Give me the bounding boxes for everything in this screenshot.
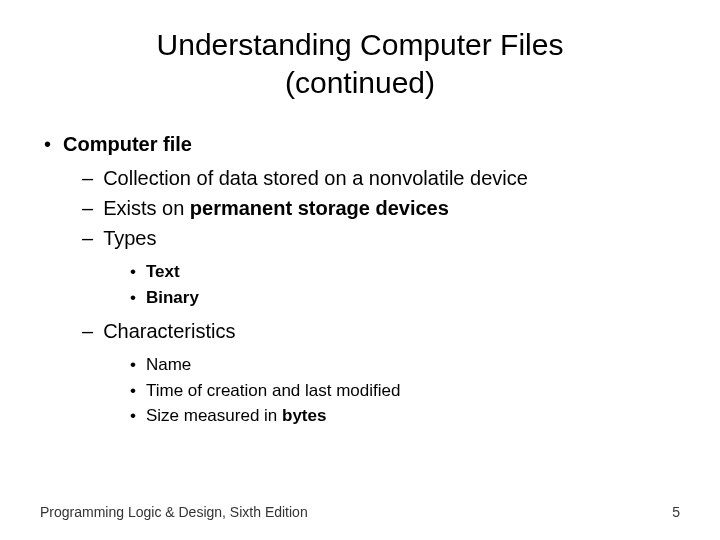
bullet-text: Exists on permanent storage devices <box>103 197 449 219</box>
bullet-text: Binary <box>146 288 199 307</box>
bullet-l1-computer-file: Computer file Collection of data stored … <box>44 129 680 429</box>
bullet-text: Name <box>146 355 191 374</box>
bullet-l3-text: Text <box>130 259 680 285</box>
bullet-text: Text <box>146 262 180 281</box>
bullet-text: Characteristics <box>103 320 235 342</box>
bullet-l3-binary: Binary <box>130 285 680 311</box>
title-line-2: (continued) <box>285 66 435 99</box>
slide-body: Computer file Collection of data stored … <box>40 129 680 429</box>
page-number: 5 <box>672 504 680 520</box>
bullet-text: Collection of data stored on a nonvolati… <box>103 167 528 189</box>
slide-title: Understanding Computer Files (continued) <box>40 26 680 101</box>
bullet-text: Types <box>103 227 156 249</box>
bullet-l2-types: Types Text Binary <box>82 223 680 310</box>
footer-source: Programming Logic & Design, Sixth Editio… <box>40 504 308 520</box>
bullet-l3-time: Time of creation and last modified <box>130 378 680 404</box>
bullet-l2-collection: Collection of data stored on a nonvolati… <box>82 163 680 193</box>
bullet-l2-exists: Exists on permanent storage devices <box>82 193 680 223</box>
bullet-l3-name: Name <box>130 352 680 378</box>
bullet-text: Time of creation and last modified <box>146 381 401 400</box>
bullet-text: Computer file <box>63 133 192 155</box>
slide-footer: Programming Logic & Design, Sixth Editio… <box>40 504 680 520</box>
bullet-l3-size: Size measured in bytes <box>130 403 680 429</box>
bullet-l2-characteristics: Characteristics Name Time of creation an… <box>82 316 680 429</box>
bullet-text: Size measured in bytes <box>146 406 327 425</box>
title-line-1: Understanding Computer Files <box>157 28 564 61</box>
